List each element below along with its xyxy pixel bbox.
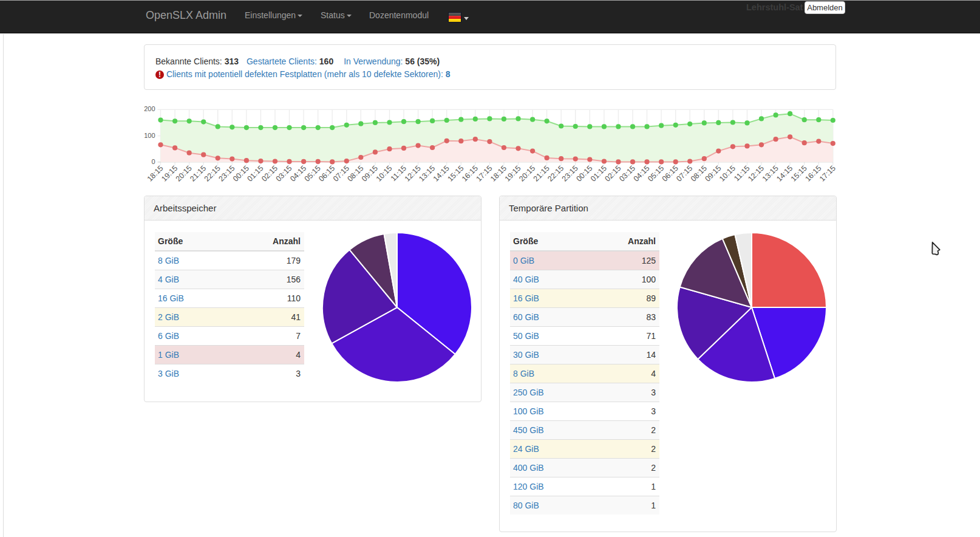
svg-text:21:15: 21:15 <box>532 164 551 183</box>
svg-text:17:15: 17:15 <box>818 164 837 183</box>
svg-text:14:15: 14:15 <box>775 164 794 183</box>
svg-text:07:15: 07:15 <box>675 164 694 183</box>
svg-text:14:15: 14:15 <box>432 164 451 183</box>
svg-text:09:15: 09:15 <box>360 164 379 183</box>
svg-text:01:15: 01:15 <box>246 164 265 183</box>
svg-text:16:15: 16:15 <box>460 164 480 183</box>
svg-text:06:15: 06:15 <box>317 164 336 183</box>
svg-text:10:15: 10:15 <box>375 164 394 183</box>
svg-text:100: 100 <box>144 132 155 139</box>
svg-text:13:15: 13:15 <box>417 164 437 183</box>
svg-text:15:15: 15:15 <box>789 164 809 183</box>
svg-text:12:15: 12:15 <box>746 164 766 183</box>
svg-text:09:15: 09:15 <box>703 164 723 183</box>
svg-text:19:15: 19:15 <box>503 164 523 183</box>
svg-text:20:15: 20:15 <box>174 164 194 183</box>
svg-text:04:15: 04:15 <box>632 164 652 183</box>
svg-text:200: 200 <box>144 105 155 112</box>
svg-text:10:15: 10:15 <box>718 164 737 183</box>
svg-text:23:15: 23:15 <box>560 164 580 183</box>
svg-text:03:15: 03:15 <box>274 164 294 183</box>
svg-text:18:15: 18:15 <box>489 164 508 183</box>
svg-text:22:15: 22:15 <box>203 164 222 183</box>
svg-text:05:15: 05:15 <box>646 164 665 183</box>
svg-text:0: 0 <box>151 158 155 165</box>
svg-text:00:15: 00:15 <box>574 164 594 183</box>
svg-text:18:15: 18:15 <box>146 164 165 183</box>
svg-text:02:15: 02:15 <box>604 164 623 183</box>
svg-text:04:15: 04:15 <box>288 164 308 183</box>
svg-text:23:15: 23:15 <box>217 164 236 183</box>
svg-text:08:15: 08:15 <box>345 164 365 183</box>
